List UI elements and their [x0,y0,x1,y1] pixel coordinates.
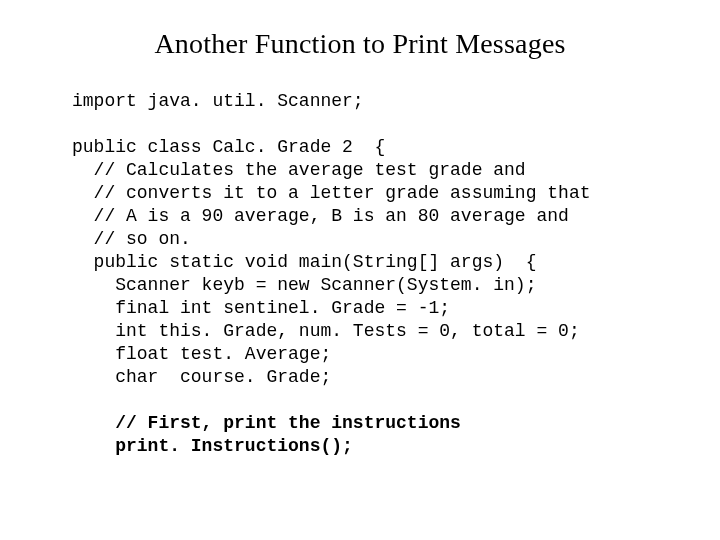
code-line: public class Calc. Grade 2 { [72,137,385,157]
code-line: // A is a 90 average, B is an 80 average… [72,206,569,226]
code-line: char course. Grade; [72,367,331,387]
code-line: // converts it to a letter grade assumin… [72,183,590,203]
code-line: float test. Average; [72,344,331,364]
code-block: import java. util. Scanner; public class… [72,90,720,459]
code-line: import java. util. Scanner; [72,91,364,111]
code-line-bold: print. Instructions(); [72,436,353,456]
code-line: public static void main(String[] args) { [72,252,536,272]
code-line-bold: // First, print the instructions [72,413,461,433]
code-line: int this. Grade, num. Tests = 0, total =… [72,321,580,341]
code-line: final int sentinel. Grade = -1; [72,298,450,318]
code-line: // Calculates the average test grade and [72,160,526,180]
slide-title: Another Function to Print Messages [0,28,720,60]
slide: Another Function to Print Messages impor… [0,0,720,540]
code-line: // so on. [72,229,191,249]
code-line: Scanner keyb = new Scanner(System. in); [72,275,536,295]
